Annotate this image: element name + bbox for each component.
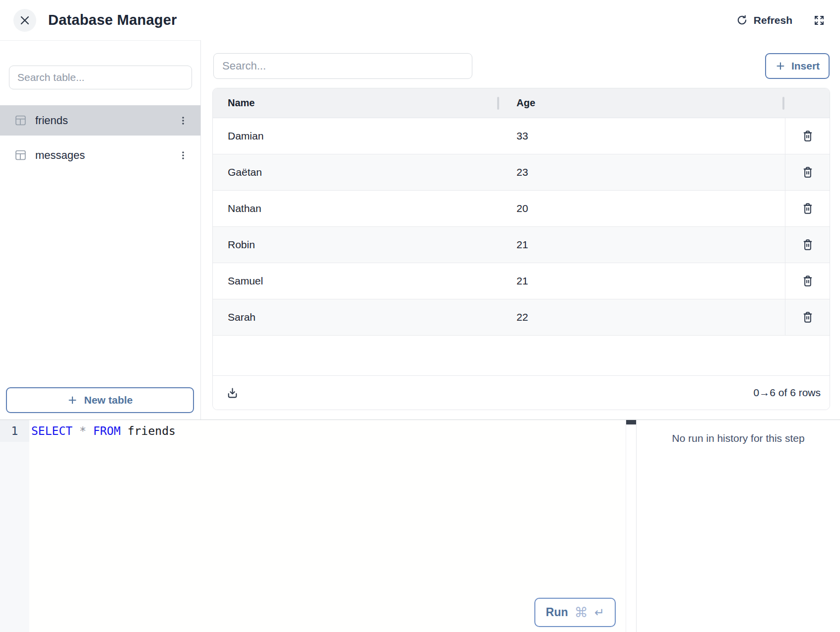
database-manager-window: Database Manager Refresh friends (0, 0, 840, 632)
sidebar-item-friends[interactable]: friends (0, 105, 200, 136)
trash-icon (801, 130, 814, 142)
table-row: Sarah 22 (213, 299, 830, 336)
cell-age: 20 (499, 191, 785, 226)
cell-name: Nathan (213, 191, 499, 226)
table-header-row: Name Age (213, 88, 830, 118)
header: Database Manager Refresh (0, 0, 840, 40)
table-row: Damian 33 (213, 118, 830, 154)
page-title: Database Manager (48, 12, 177, 28)
editor-gutter: 1 (0, 420, 29, 632)
run-history-panel: No run in history for this step (637, 420, 840, 632)
cell-actions (785, 263, 830, 299)
table-row: Nathan 20 (213, 191, 830, 227)
run-label: Run (546, 606, 568, 619)
cell-name: Samuel (213, 263, 499, 299)
table-icon (14, 149, 27, 161)
insert-button[interactable]: Insert (765, 53, 830, 79)
table-list: friends messages (0, 105, 200, 170)
delete-row-button[interactable] (801, 202, 814, 215)
new-table-button[interactable]: New table (6, 387, 194, 413)
cell-name: Damian (213, 118, 499, 154)
column-header-name[interactable]: Name (213, 97, 499, 109)
close-icon (20, 15, 30, 25)
new-table-label: New table (84, 394, 132, 406)
cell-actions (785, 154, 830, 190)
trash-icon (801, 202, 814, 215)
table-row: Robin 21 (213, 227, 830, 263)
delete-row-button[interactable] (801, 238, 814, 251)
cell-actions (785, 299, 830, 335)
trash-icon (801, 166, 814, 179)
kebab-menu-icon[interactable] (178, 150, 189, 161)
cell-age: 33 (499, 118, 785, 154)
download-icon (226, 387, 239, 399)
editor-scrollbar[interactable] (626, 420, 636, 632)
cell-name: Gaëtan (213, 154, 499, 190)
table-name: friends (35, 114, 68, 127)
data-table-card: Name Age Damian 33 Gaëtan 23 (212, 88, 830, 410)
cell-actions (785, 118, 830, 154)
fullscreen-icon (813, 14, 825, 26)
close-button[interactable] (13, 9, 36, 32)
delete-row-button[interactable] (801, 166, 814, 179)
sql-editor[interactable]: 1 SELECT * FROM friends Run ⌘ ↵ (0, 420, 637, 632)
query-section: 1 SELECT * FROM friends Run ⌘ ↵ No run i… (0, 420, 840, 632)
cell-actions (785, 191, 830, 226)
sidebar-item-messages[interactable]: messages (0, 140, 200, 170)
scrollbar-thumb[interactable] (626, 420, 636, 424)
table-icon (14, 114, 27, 127)
cell-age: 21 (499, 263, 785, 299)
refresh-icon (736, 14, 748, 26)
table-row: Samuel 21 (213, 263, 830, 299)
command-key-icon: ⌘ (575, 605, 588, 621)
cell-name: Sarah (213, 299, 499, 335)
trash-icon (801, 311, 814, 324)
column-resize-handle[interactable] (497, 97, 499, 110)
insert-label: Insert (791, 60, 820, 72)
delete-row-button[interactable] (801, 275, 814, 287)
cell-actions (785, 227, 830, 263)
row-search-input[interactable] (213, 53, 472, 79)
table-search-input[interactable] (9, 66, 192, 89)
return-key-icon: ↵ (594, 606, 604, 620)
sidebar: friends messages New table (0, 40, 201, 420)
cell-age: 22 (499, 299, 785, 335)
plus-icon (775, 61, 786, 71)
table-empty-space (213, 336, 830, 375)
header-actions: Refresh (736, 14, 825, 26)
refresh-button[interactable]: Refresh (736, 14, 792, 26)
run-button[interactable]: Run ⌘ ↵ (534, 598, 616, 627)
history-empty-message: No run in history for this step (672, 432, 804, 444)
table-row: Gaëtan 23 (213, 154, 830, 191)
refresh-label: Refresh (754, 14, 792, 26)
column-header-age[interactable]: Age (499, 97, 535, 109)
table-body: Damian 33 Gaëtan 23 Nathan 20 (213, 118, 830, 336)
cell-name: Robin (213, 227, 499, 263)
trash-icon (801, 275, 814, 287)
trash-icon (801, 238, 814, 251)
kebab-menu-icon[interactable] (178, 115, 189, 126)
download-button[interactable] (226, 387, 239, 399)
delete-row-button[interactable] (801, 311, 814, 324)
fullscreen-button[interactable] (813, 14, 825, 26)
delete-row-button[interactable] (801, 130, 814, 142)
main-panel: Insert Name Age Damian 33 Gaëtan 23 (201, 40, 840, 420)
rows-count: 0→6 of 6 rows (754, 387, 821, 399)
table-name: messages (35, 149, 85, 162)
cell-age: 21 (499, 227, 785, 263)
line-number: 1 (0, 420, 29, 442)
cell-age: 23 (499, 154, 785, 190)
plus-icon (67, 395, 78, 406)
column-resize-handle[interactable] (782, 97, 784, 110)
sql-code-line[interactable]: SELECT * FROM friends (29, 420, 626, 442)
table-footer: 0→6 of 6 rows (213, 375, 830, 410)
